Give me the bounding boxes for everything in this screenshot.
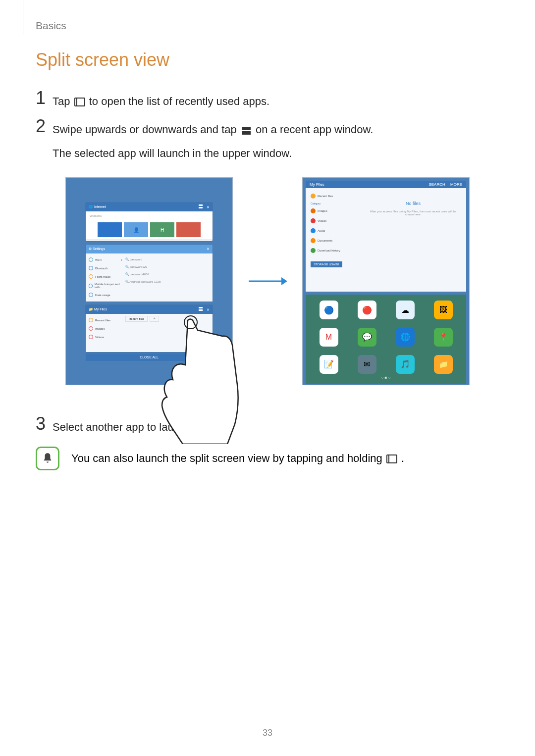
svg-rect-12: [388, 455, 389, 463]
step-2-text-pre: Swipe upwards or downwards and tap: [53, 123, 240, 136]
app-icon-gmail[interactable]: M: [320, 328, 338, 347]
app-title: My Files: [94, 307, 107, 311]
page-indicator: ○ ■ ○: [303, 375, 469, 380]
app-icon-maps[interactable]: 📍: [434, 328, 453, 347]
list-item: Documents: [309, 236, 363, 246]
storage-usage-button[interactable]: STORAGE USAGE: [311, 261, 342, 267]
app-icon-chrome[interactable]: 🔵: [320, 301, 338, 319]
search-button[interactable]: SEARCH: [428, 182, 445, 187]
step-1-text-post: to open the list of recently used apps.: [89, 95, 269, 107]
search-row: 🔍 password4656: [125, 270, 211, 278]
globe-icon: 🌐: [89, 205, 93, 208]
svg-rect-7: [199, 309, 203, 311]
empty-message: After you access files using My Files, t…: [363, 210, 463, 216]
split-icon-small[interactable]: [199, 205, 204, 209]
gear-icon: ⚙: [89, 247, 92, 251]
step-1: 1 Tap to open the list of recently used …: [36, 89, 499, 110]
close-icon[interactable]: ✕: [207, 308, 210, 311]
list-item: Videos: [309, 216, 363, 226]
step-2-line2: The selected app will launch in the uppe…: [53, 144, 373, 162]
sidebar-item: Recent files: [88, 316, 123, 324]
hand-illustration: [153, 315, 242, 444]
close-icon[interactable]: ✕: [207, 205, 210, 209]
svg-rect-2: [242, 127, 251, 130]
search-row: 🔍 Android password 1328: [125, 278, 211, 285]
search-row: 🔍 password123: [125, 263, 211, 270]
upper-titlebar: My Files SEARCH MORE: [306, 181, 466, 188]
step-1-text-pre: Tap: [53, 95, 73, 107]
tile-icon: 👤: [124, 222, 148, 237]
step-number: 3: [36, 415, 53, 436]
more-button[interactable]: MORE: [450, 182, 462, 187]
tab-recent: Recent files: [125, 316, 148, 322]
lower-window-app-grid: 🔵 🔴 ☁ 🖼 M 💬 🌐 📍 📝 ✉ 🎵 📁: [306, 295, 466, 384]
app-title: Settings: [93, 247, 105, 251]
svg-rect-6: [199, 307, 203, 308]
notification-icon: [36, 447, 59, 470]
app-icon-internet[interactable]: 🌐: [396, 328, 415, 347]
page-number: 33: [0, 728, 535, 738]
step-number: 2: [36, 117, 53, 162]
app-icon-email[interactable]: ✉: [358, 355, 376, 374]
page-title: Split screen view: [36, 50, 499, 70]
tablet-mock-before: 🌐 Internet ✕ Welcome: [65, 177, 233, 385]
sidebar-item: Flight mode: [88, 272, 123, 281]
sidebar-item: Videos: [88, 333, 123, 341]
list-item: Audio: [309, 226, 363, 236]
app-icon-myfiles[interactable]: 📁: [434, 355, 453, 374]
recent-apps-icon: [386, 454, 397, 463]
app-icon-gallery[interactable]: 🖼: [434, 301, 453, 319]
tablet-mock-after: My Files SEARCH MORE Recent files Catego…: [302, 177, 470, 385]
sidebar-item: Bluetooth: [88, 264, 123, 272]
sidebar-item: Images: [88, 324, 123, 333]
split-icon-small[interactable]: [199, 308, 204, 311]
close-icon[interactable]: ✕: [207, 247, 210, 251]
list-item: Recent files: [309, 191, 363, 201]
step-2: 2 Swipe upwards or downwards and tap on …: [36, 117, 499, 162]
sidebar-item: Data usage: [88, 291, 123, 299]
upper-window: My Files SEARCH MORE Recent files Catego…: [306, 181, 466, 292]
recent-apps-icon: [74, 98, 85, 106]
app-titlebar-settings: ⚙ Settings ✕: [86, 245, 213, 253]
app-icon-hangouts[interactable]: 💬: [358, 328, 376, 347]
step-number: 1: [36, 89, 53, 110]
section-header: Basics: [36, 20, 66, 32]
svg-rect-1: [76, 98, 77, 106]
figure-row: 🌐 Internet ✕ Welcome: [36, 177, 499, 385]
upper-title: My Files: [310, 182, 324, 187]
welcome-text: Welcome: [88, 213, 211, 218]
svg-marker-10: [281, 277, 287, 285]
sidebar-item: Mobile hotspot and teth...: [88, 281, 123, 291]
empty-title: No files: [363, 201, 463, 206]
app-icon-drive[interactable]: ☁: [396, 301, 415, 319]
note-text-pre: You can also launch the split screen vie…: [71, 452, 385, 464]
tile-icon: H: [150, 222, 174, 237]
app-icon-youtube[interactable]: 🔴: [358, 301, 376, 319]
folder-icon: 📁: [89, 307, 93, 311]
split-screen-icon: [241, 126, 252, 135]
app-title: Internet: [94, 205, 106, 208]
app-icon-music[interactable]: 🎵: [396, 355, 415, 374]
sidebar-item: Wi-Fi●: [88, 255, 123, 264]
app-titlebar-myfiles: 📁 My Files ✕: [86, 305, 213, 314]
list-item: Images: [309, 206, 363, 216]
note-box: You can also launch the split screen vie…: [36, 447, 499, 470]
step-3: 3 Select another app to launch.: [36, 415, 499, 436]
svg-rect-3: [242, 131, 251, 135]
note-text-post: .: [401, 452, 404, 464]
svg-rect-4: [199, 204, 203, 206]
svg-rect-5: [199, 207, 203, 208]
search-row: 🔍 password: [125, 255, 211, 263]
list-item: Download history: [309, 246, 363, 255]
arrow-right-icon: [248, 274, 287, 289]
step-2-text-post: on a recent app window.: [256, 123, 373, 136]
app-titlebar-internet: 🌐 Internet ✕: [86, 202, 213, 211]
app-icon-memo[interactable]: 📝: [320, 355, 338, 374]
category-label: Category: [309, 201, 363, 206]
